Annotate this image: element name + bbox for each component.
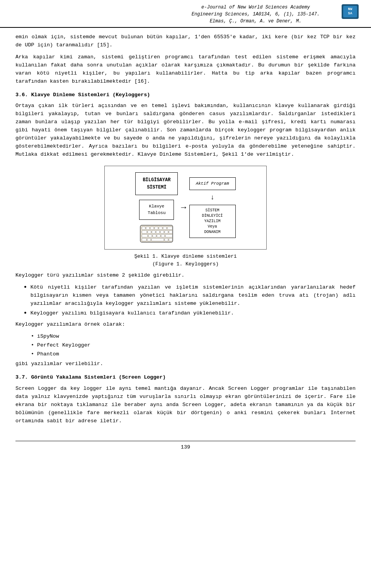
bullet-text-1: Kötü niyetli kişiler tarafından yazılan … [31,284,356,308]
svg-rect-9 [148,231,151,233]
arrow-right-1: → [181,201,186,214]
main-content: emin olmak için, sistemde mevcut bulunan… [0,28,371,437]
svg-rect-2 [146,227,150,229]
svg-rect-25 [169,238,172,241]
software-item-1: • iSpyNow [31,333,356,341]
section-36-heading: 3.6. Klavye Dinleme Sistemleri (Keylogge… [15,91,356,99]
svg-rect-11 [156,231,160,233]
svg-rect-12 [160,231,164,233]
page-footer: 139 [15,441,356,452]
header-logo: NWSA [341,4,359,19]
header-line3: Elmas, Ç., Orman, A. ve Dener, M. [210,19,302,24]
svg-rect-17 [153,235,156,237]
list-outro: gibi yazılımlar verilebilir. [15,360,356,368]
svg-rect-16 [148,235,152,237]
sub-bullet-3: • [31,350,34,359]
bullet-item-2: • Keylogger yazılımı bilgisayara kullanı… [15,309,356,318]
svg-rect-5 [159,227,162,229]
sub-bullet-1: • [31,333,34,341]
svg-rect-10 [152,231,155,233]
header-line1: e-Journal of New World Sciences Academy [201,5,310,10]
sub-bullet-2: • [31,342,34,350]
software-list: • iSpyNow • Perfect Keylogger • Phantom [15,333,356,359]
diagram-left: BİLGİSAYAR SİSTEMİ Klavye Tablosu [135,172,178,243]
svg-rect-8 [142,231,147,233]
header-text: e-Journal of New World Sciences Academy … [174,4,337,25]
svg-rect-20 [165,235,172,237]
svg-rect-23 [151,238,164,241]
logo-text: NWSA [348,7,352,16]
figure-1-container: BİLGİSAYAR SİSTEMİ Klavye Tablosu [104,166,267,268]
box-aktif-program: Aktif Program [189,177,236,190]
svg-rect-13 [165,231,168,233]
keyboard-icon [140,224,174,243]
software-name-1: iSpyNow [37,333,59,341]
bullet-dot-1: • [23,284,27,292]
paragraph-3: Ortaya çıkan ilk türleri açısından ve en… [15,102,356,158]
figure-caption: Şekil 1. Klavye dinleme sistemleri (Figu… [134,253,237,268]
figure-caption-line1: Şekil 1. Klavye dinleme sistemleri [134,253,237,259]
page-header: e-Journal of New World Sciences Academy … [0,0,371,28]
svg-rect-14 [169,231,172,233]
diagram: BİLGİSAYAR SİSTEMİ Klavye Tablosu [112,172,259,243]
svg-rect-1 [142,227,145,229]
software-item-2: • Perfect Keylogger [31,342,356,350]
box-klavye: Klavye Tablosu [139,200,174,220]
paragraph-4: Keylogger türü yazılımlar sisteme 2 şeki… [15,272,356,280]
section-37-heading: 3.7. Görüntü Yakalama Sistemleri (Screen… [15,374,356,382]
svg-rect-7 [167,227,172,229]
software-name-2: Perfect Keylogger [37,342,90,350]
figure-caption-line2: (Figure 1. Keyloggers) [152,261,219,267]
svg-rect-6 [163,227,167,229]
page: e-Journal of New World Sciences Academy … [0,0,371,588]
paragraph-1: emin olmak için, sistemde mevcut bulunan… [15,33,356,49]
svg-rect-18 [157,235,160,237]
bullet-dot-2: • [23,309,27,318]
svg-rect-3 [150,227,154,229]
svg-rect-21 [142,238,146,241]
svg-rect-22 [147,238,151,241]
svg-rect-4 [155,227,158,229]
bullet-item-1: • Kötü niyetli kişiler tarafından yazıla… [15,284,356,308]
bullet-text-2: Keylogger yazılımı bilgisayara kullanıcı… [31,309,356,318]
box-sistem-dinleyici: SİSTEM DİNLEYİCİ YAZILIM Veya DONANIM [189,205,236,238]
box-bilgisayar: BİLGİSAYAR SİSTEMİ [135,172,178,195]
arrow-down-1: ↓ [210,194,214,201]
bullet-list: • Kötü niyetli kişiler tarafından yazıla… [15,284,356,318]
diagram-right: Aktif Program ↓ SİSTEM DİNLEYİCİ YAZILIM… [189,177,236,238]
software-name-3: Phantom [37,350,59,359]
software-item-3: • Phantom [31,350,356,359]
svg-rect-24 [165,238,168,241]
list-intro: Keylogger yazılımlara örnek olarak: [15,321,356,329]
page-number: 139 [181,444,190,450]
figure-1-box: BİLGİSAYAR SİSTEMİ Klavye Tablosu [104,166,267,250]
paragraph-5: Screen Logger da key logger ile aynı tem… [15,385,356,425]
header-line2: Engineering Sciences, 1A0134, 6, (1), 13… [192,12,320,17]
svg-rect-15 [142,235,148,237]
svg-rect-19 [161,235,165,237]
paragraph-2: Arka kapılar kimi zaman, sistemi gelişti… [15,53,356,86]
